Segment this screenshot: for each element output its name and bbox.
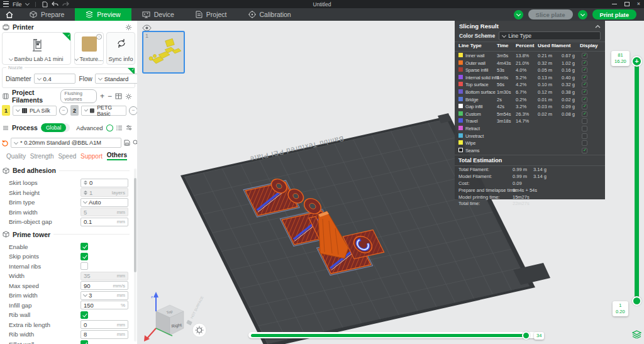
input-width[interactable]: 35mm	[80, 272, 128, 280]
sync-info-button[interactable]: Sync info	[106, 32, 135, 65]
home-button[interactable]	[0, 8, 19, 21]
checkbox-skip-points[interactable]	[80, 253, 88, 260]
input-max-speed[interactable]: 90mm/s	[80, 281, 128, 290]
display-checkbox[interactable]	[582, 97, 587, 103]
spin-skirt-height[interactable]: 1layers	[80, 188, 128, 197]
info-icon[interactable]: i	[96, 34, 102, 40]
display-checkbox[interactable]	[582, 75, 587, 80]
sync-icon	[116, 38, 126, 48]
display-checkbox[interactable]	[582, 89, 587, 95]
display-checkbox[interactable]	[582, 140, 587, 146]
collapse-chevron-icon[interactable]	[595, 25, 601, 28]
color-scheme-select[interactable]: Line Type	[499, 31, 601, 40]
layer-slider-bottom-handle[interactable]	[632, 296, 641, 306]
diameter-select[interactable]: 0.4	[34, 74, 75, 84]
display-checkbox[interactable]	[582, 126, 587, 131]
process-scope-toggle[interactable]: Global Objects	[41, 123, 70, 132]
add-filament-button[interactable]: +	[100, 92, 104, 101]
step-slider-track[interactable]	[248, 332, 540, 338]
slice-options-button[interactable]	[514, 10, 523, 19]
filament-1-remove-icon[interactable]: −	[59, 106, 68, 115]
display-checkbox[interactable]	[582, 53, 587, 58]
plate-thumbnail-image	[143, 32, 184, 71]
process-list-icon[interactable]	[116, 125, 123, 131]
tab-calibration[interactable]: Calibration	[238, 8, 302, 21]
layer-slider-top-handle[interactable]: +	[631, 56, 642, 67]
nozzle-group: Nozzle Diameter 0.4 Flow Standard	[2, 67, 135, 88]
tab-device[interactable]: Device	[131, 8, 185, 21]
process-preset-select[interactable]: * 0.20mm Standard @BBL A1M	[11, 138, 121, 148]
input-extra-rib-length[interactable]: 0mm	[80, 320, 128, 329]
spinner-arrows-icon[interactable]	[84, 191, 87, 195]
plate-type-card[interactable]: i Texture...	[74, 32, 104, 65]
param-tab-quality[interactable]: Quality	[6, 153, 26, 160]
reset-preset-icon[interactable]	[1, 140, 8, 147]
remove-filament-button[interactable]: −	[108, 92, 112, 101]
display-checkbox[interactable]	[582, 104, 587, 109]
input-rib-width[interactable]: 8mm	[80, 330, 128, 339]
advanced-toggle[interactable]	[106, 125, 113, 131]
flow-select[interactable]: Standard	[95, 74, 139, 84]
filament-settings-gear-icon[interactable]	[125, 93, 137, 100]
maximize-button[interactable]	[625, 2, 630, 6]
spin-skirt-loops[interactable]: 0	[80, 179, 128, 187]
chevron-down-icon[interactable]	[83, 199, 87, 204]
line-type-name: Internal solid infill	[465, 75, 499, 80]
orbit-settings-button[interactable]	[192, 323, 206, 337]
scope-objects[interactable]: Objects	[66, 123, 70, 132]
process-tune-icon[interactable]	[126, 125, 137, 131]
navigation-cube[interactable]: Top Right z	[144, 292, 184, 341]
select-brim-width[interactable]: 3mm	[80, 291, 128, 300]
filament-table-icon[interactable]	[115, 93, 122, 99]
plate-thumbnail[interactable]: 1	[142, 31, 185, 74]
param-tab-others[interactable]: Others	[107, 152, 127, 160]
filament-1-select[interactable]: PLA Silk	[13, 106, 57, 116]
step-slider-handle[interactable]	[522, 331, 530, 340]
eye-toggle-button[interactable]	[142, 23, 152, 30]
tab-project[interactable]: Project	[185, 8, 238, 21]
select-brim-type[interactable]: Auto	[80, 198, 128, 207]
display-checkbox[interactable]	[582, 67, 587, 73]
param-tab-strength[interactable]: Strength	[30, 153, 54, 160]
checkbox-fillet-wall[interactable]	[80, 340, 88, 344]
spinner-arrows-icon[interactable]	[84, 180, 87, 185]
display-checkbox[interactable]	[582, 133, 587, 139]
line-type-swatch	[458, 53, 463, 57]
filament-2-remove-icon[interactable]: −	[129, 106, 138, 115]
input-brim-object-gap[interactable]: 0.1mm	[80, 218, 128, 226]
chevron-down-icon[interactable]	[83, 292, 87, 297]
minimize-button[interactable]	[612, 4, 617, 4]
display-checkbox[interactable]	[582, 118, 587, 124]
param-tab-support[interactable]: Support	[80, 153, 103, 160]
print-plate-button[interactable]: Print plate	[592, 9, 636, 19]
input-infill-gap[interactable]: 150%	[80, 301, 128, 309]
tab-prepare[interactable]: Prepare	[19, 8, 75, 21]
line-type-used-g: 0.16 g	[562, 67, 575, 73]
display-checkbox[interactable]	[582, 148, 587, 153]
display-checkbox[interactable]	[582, 82, 587, 87]
print-options-button[interactable]	[578, 10, 587, 19]
flushing-volumes-button[interactable]: Flushing volumes	[60, 89, 97, 103]
checkbox-internal-ribs[interactable]	[80, 262, 88, 270]
slice-plate-button[interactable]: Slice plate	[528, 9, 573, 19]
save-preset-icon[interactable]	[124, 140, 130, 146]
printer-select-chevron-icon[interactable]	[9, 56, 13, 60]
display-checkbox[interactable]	[582, 60, 587, 66]
param-tab-speed[interactable]: Speed	[58, 153, 76, 160]
layers-icon[interactable]	[632, 330, 641, 338]
close-button[interactable]: ×	[637, 1, 640, 7]
scope-global[interactable]: Global	[41, 123, 67, 132]
display-checkbox[interactable]	[582, 111, 587, 117]
layer-slider-track[interactable]	[635, 61, 639, 301]
checkbox-enable[interactable]	[80, 243, 88, 250]
filament-1-badge[interactable]: 1	[2, 105, 10, 116]
printer-settings-gear-icon[interactable]	[125, 24, 137, 31]
filament-2-select[interactable]: PETG Basic	[81, 106, 126, 116]
filament-2-badge[interactable]: 2	[70, 105, 79, 116]
sidebar-scrollbar-thumb[interactable]	[134, 178, 136, 272]
printer-card[interactable]: Bambu Lab A1 mini	[2, 32, 71, 65]
slicing-table-header: Line Type Time Percent Used filament Dis…	[455, 43, 605, 50]
input-brim-width[interactable]: 5mm	[80, 208, 128, 216]
tab-preview[interactable]: Preview	[75, 8, 131, 21]
checkbox-rib-wall[interactable]	[80, 311, 88, 319]
